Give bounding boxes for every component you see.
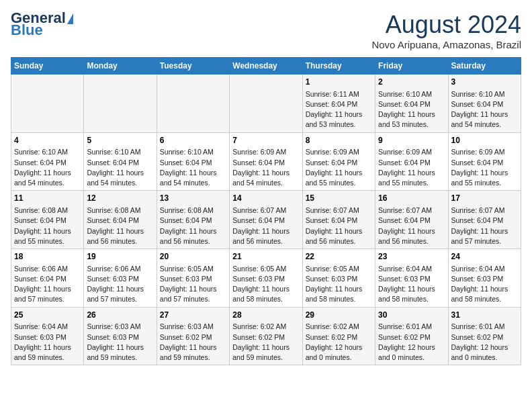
calendar-cell: 9Sunrise: 6:09 AMSunset: 6:04 PMDaylight… xyxy=(375,132,448,191)
day-number: 1 xyxy=(306,77,372,88)
day-info: Sunrise: 6:09 AMSunset: 6:04 PMDaylight:… xyxy=(306,147,372,188)
day-info: Sunrise: 6:05 AMSunset: 6:03 PMDaylight:… xyxy=(232,264,299,305)
day-info: Sunrise: 6:07 AMSunset: 6:04 PMDaylight:… xyxy=(306,205,372,246)
day-number: 17 xyxy=(451,193,518,204)
day-info: Sunrise: 6:10 AMSunset: 6:04 PMDaylight:… xyxy=(14,147,81,188)
weekday-header-wednesday: Wednesday xyxy=(230,58,302,75)
day-info: Sunrise: 6:04 AMSunset: 6:03 PMDaylight:… xyxy=(378,264,445,305)
day-info: Sunrise: 6:08 AMSunset: 6:04 PMDaylight:… xyxy=(87,205,153,246)
calendar-cell: 29Sunrise: 6:02 AMSunset: 6:02 PMDayligh… xyxy=(302,307,375,365)
calendar-cell: 2Sunrise: 6:10 AMSunset: 6:04 PMDaylight… xyxy=(375,75,448,133)
day-info: Sunrise: 6:10 AMSunset: 6:04 PMDaylight:… xyxy=(378,89,445,130)
day-number: 2 xyxy=(378,77,445,88)
calendar-cell: 15Sunrise: 6:07 AMSunset: 6:04 PMDayligh… xyxy=(302,191,375,249)
calendar-cell: 6Sunrise: 6:10 AMSunset: 6:04 PMDaylight… xyxy=(157,132,229,191)
day-number: 27 xyxy=(160,310,226,321)
weekday-header-monday: Monday xyxy=(84,58,157,75)
day-number: 8 xyxy=(306,135,372,146)
calendar-cell: 26Sunrise: 6:03 AMSunset: 6:03 PMDayligh… xyxy=(84,307,157,365)
week-row-2: 4Sunrise: 6:10 AMSunset: 6:04 PMDaylight… xyxy=(11,132,521,191)
calendar-cell: 4Sunrise: 6:10 AMSunset: 6:04 PMDaylight… xyxy=(11,132,84,191)
logo-blue: Blue xyxy=(11,23,43,38)
weekday-header-friday: Friday xyxy=(375,58,448,75)
calendar-cell: 5Sunrise: 6:10 AMSunset: 6:04 PMDaylight… xyxy=(84,132,157,191)
day-info: Sunrise: 6:05 AMSunset: 6:03 PMDaylight:… xyxy=(306,264,372,305)
title-area: August 2024 Novo Aripuana, Amazonas, Bra… xyxy=(371,11,521,50)
weekday-header-tuesday: Tuesday xyxy=(157,58,229,75)
day-info: Sunrise: 6:11 AMSunset: 6:04 PMDaylight:… xyxy=(306,89,372,130)
calendar-cell: 18Sunrise: 6:06 AMSunset: 6:04 PMDayligh… xyxy=(11,249,84,308)
calendar-cell: 7Sunrise: 6:09 AMSunset: 6:04 PMDaylight… xyxy=(230,132,302,191)
day-info: Sunrise: 6:09 AMSunset: 6:04 PMDaylight:… xyxy=(232,147,299,188)
calendar-cell: 25Sunrise: 6:04 AMSunset: 6:03 PMDayligh… xyxy=(11,307,84,365)
day-info: Sunrise: 6:06 AMSunset: 6:04 PMDaylight:… xyxy=(14,264,81,305)
day-info: Sunrise: 6:10 AMSunset: 6:04 PMDaylight:… xyxy=(87,147,153,188)
calendar-cell: 14Sunrise: 6:07 AMSunset: 6:04 PMDayligh… xyxy=(230,191,302,249)
day-info: Sunrise: 6:07 AMSunset: 6:04 PMDaylight:… xyxy=(232,205,299,246)
day-info: Sunrise: 6:04 AMSunset: 6:03 PMDaylight:… xyxy=(451,264,518,305)
logo: General Blue xyxy=(11,11,73,38)
week-row-1: 1Sunrise: 6:11 AMSunset: 6:04 PMDaylight… xyxy=(11,75,521,133)
calendar-cell: 19Sunrise: 6:06 AMSunset: 6:03 PMDayligh… xyxy=(84,249,157,308)
day-number: 5 xyxy=(87,135,153,146)
calendar-cell: 23Sunrise: 6:04 AMSunset: 6:03 PMDayligh… xyxy=(375,249,448,308)
week-row-5: 25Sunrise: 6:04 AMSunset: 6:03 PMDayligh… xyxy=(11,307,521,365)
calendar-body: 1Sunrise: 6:11 AMSunset: 6:04 PMDaylight… xyxy=(11,75,521,365)
calendar-cell xyxy=(230,75,302,133)
day-info: Sunrise: 6:09 AMSunset: 6:04 PMDaylight:… xyxy=(378,147,445,188)
day-info: Sunrise: 6:02 AMSunset: 6:02 PMDaylight:… xyxy=(306,322,372,363)
day-info: Sunrise: 6:08 AMSunset: 6:04 PMDaylight:… xyxy=(160,205,226,246)
day-number: 15 xyxy=(306,193,372,204)
weekday-header-sunday: Sunday xyxy=(11,58,84,75)
day-number: 21 xyxy=(232,251,299,263)
calendar-cell: 11Sunrise: 6:08 AMSunset: 6:04 PMDayligh… xyxy=(11,191,84,249)
day-info: Sunrise: 6:09 AMSunset: 6:04 PMDaylight:… xyxy=(451,147,518,188)
day-number: 4 xyxy=(14,135,81,146)
calendar-cell xyxy=(84,75,157,133)
calendar-cell: 13Sunrise: 6:08 AMSunset: 6:04 PMDayligh… xyxy=(157,191,229,249)
day-info: Sunrise: 6:03 AMSunset: 6:02 PMDaylight:… xyxy=(160,322,226,363)
calendar-cell: 1Sunrise: 6:11 AMSunset: 6:04 PMDaylight… xyxy=(302,75,375,133)
calendar-cell: 24Sunrise: 6:04 AMSunset: 6:03 PMDayligh… xyxy=(448,249,521,308)
calendar-cell: 17Sunrise: 6:07 AMSunset: 6:04 PMDayligh… xyxy=(448,191,521,249)
day-number: 20 xyxy=(160,251,226,263)
day-number: 14 xyxy=(232,193,299,204)
weekday-header-thursday: Thursday xyxy=(302,58,375,75)
calendar: SundayMondayTuesdayWednesdayThursdayFrid… xyxy=(11,57,521,365)
calendar-cell xyxy=(11,75,84,133)
day-info: Sunrise: 6:05 AMSunset: 6:03 PMDaylight:… xyxy=(160,264,226,305)
calendar-cell: 31Sunrise: 6:01 AMSunset: 6:02 PMDayligh… xyxy=(448,307,521,365)
day-number: 13 xyxy=(160,193,226,204)
day-info: Sunrise: 6:01 AMSunset: 6:02 PMDaylight:… xyxy=(378,322,445,363)
calendar-cell: 28Sunrise: 6:02 AMSunset: 6:02 PMDayligh… xyxy=(230,307,302,365)
calendar-cell xyxy=(157,75,229,133)
day-number: 3 xyxy=(451,77,518,88)
day-number: 24 xyxy=(451,251,518,263)
day-info: Sunrise: 6:04 AMSunset: 6:03 PMDaylight:… xyxy=(14,322,81,363)
week-row-3: 11Sunrise: 6:08 AMSunset: 6:04 PMDayligh… xyxy=(11,191,521,249)
day-info: Sunrise: 6:08 AMSunset: 6:04 PMDaylight:… xyxy=(14,205,81,246)
day-number: 23 xyxy=(378,251,445,263)
day-number: 22 xyxy=(306,251,372,263)
calendar-cell: 27Sunrise: 6:03 AMSunset: 6:02 PMDayligh… xyxy=(157,307,229,365)
day-info: Sunrise: 6:02 AMSunset: 6:02 PMDaylight:… xyxy=(232,322,299,363)
calendar-cell: 3Sunrise: 6:10 AMSunset: 6:04 PMDaylight… xyxy=(448,75,521,133)
day-number: 19 xyxy=(87,251,153,263)
calendar-cell: 21Sunrise: 6:05 AMSunset: 6:03 PMDayligh… xyxy=(230,249,302,308)
day-number: 7 xyxy=(232,135,299,146)
day-info: Sunrise: 6:07 AMSunset: 6:04 PMDaylight:… xyxy=(378,205,445,246)
day-number: 18 xyxy=(14,251,81,263)
week-row-4: 18Sunrise: 6:06 AMSunset: 6:04 PMDayligh… xyxy=(11,249,521,308)
location-title: Novo Aripuana, Amazonas, Brazil xyxy=(371,39,521,50)
calendar-header: SundayMondayTuesdayWednesdayThursdayFrid… xyxy=(11,58,521,75)
calendar-cell: 30Sunrise: 6:01 AMSunset: 6:02 PMDayligh… xyxy=(375,307,448,365)
calendar-cell: 12Sunrise: 6:08 AMSunset: 6:04 PMDayligh… xyxy=(84,191,157,249)
day-number: 12 xyxy=(87,193,153,204)
day-number: 30 xyxy=(378,310,445,321)
day-number: 10 xyxy=(451,135,518,146)
calendar-cell: 16Sunrise: 6:07 AMSunset: 6:04 PMDayligh… xyxy=(375,191,448,249)
calendar-cell: 10Sunrise: 6:09 AMSunset: 6:04 PMDayligh… xyxy=(448,132,521,191)
calendar-cell: 22Sunrise: 6:05 AMSunset: 6:03 PMDayligh… xyxy=(302,249,375,308)
weekday-header-saturday: Saturday xyxy=(448,58,521,75)
day-number: 25 xyxy=(14,310,81,321)
